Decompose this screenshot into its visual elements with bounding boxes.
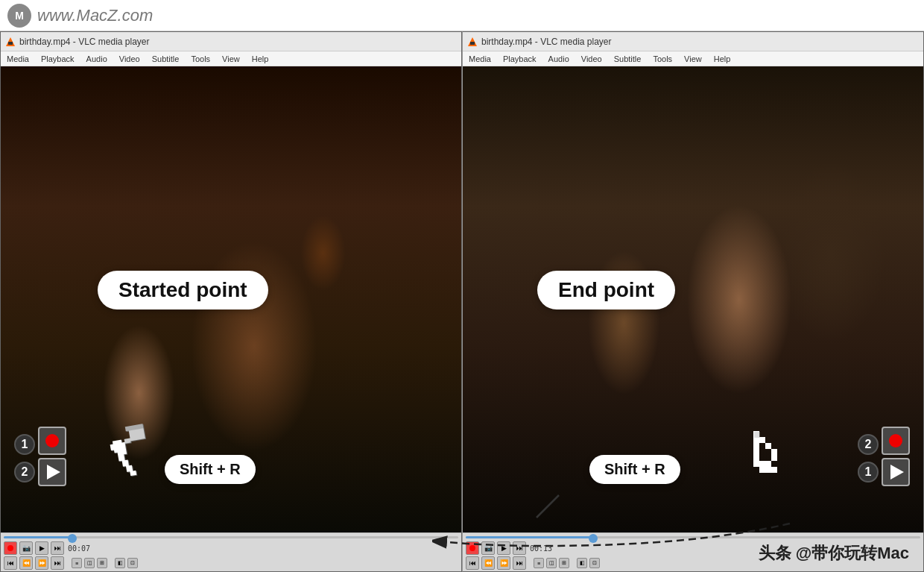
left-menu-subtitle[interactable]: Subtitle	[149, 54, 183, 64]
left-progress-bar[interactable]	[4, 536, 458, 538]
left-btn-next[interactable]: ⏭	[51, 556, 64, 570]
right-badge-2: 2	[858, 434, 879, 455]
top-watermark: M www.MacZ.com	[0, 0, 924, 31]
right-btn-a[interactable]: ≡	[534, 558, 544, 568]
left-vlc-window: birthday.mp4 - VLC media player Media Pl…	[0, 31, 462, 572]
left-hammer-icon	[107, 417, 177, 496]
svg-rect-25	[771, 455, 777, 461]
svg-rect-8	[126, 465, 133, 472]
right-hammer-icon	[746, 425, 813, 495]
left-shortcut-label: Shift + R	[165, 455, 256, 484]
right-timecode: 00:13	[530, 544, 552, 553]
right-btn-next[interactable]: ⏭	[513, 556, 526, 570]
vlc-container: birthday.mp4 - VLC media player Media Pl…	[0, 31, 924, 572]
left-btn-b[interactable]: ◫	[84, 558, 95, 568]
right-menu-tools[interactable]: Tools	[650, 54, 675, 64]
right-btn-fwd[interactable]: ⏩	[497, 556, 510, 570]
svg-rect-6	[118, 454, 124, 461]
left-menu-media[interactable]: Media	[4, 54, 32, 64]
right-menu-playback[interactable]: Playback	[500, 54, 539, 64]
left-btn-a[interactable]: ≡	[72, 558, 82, 568]
left-ctrl-snap[interactable]: 📷	[19, 541, 33, 555]
svg-rect-10	[124, 438, 131, 443]
right-controls-group: 2 1	[858, 427, 910, 486]
right-btn-d[interactable]: ◧	[577, 558, 587, 568]
right-ctrl-skip[interactable]: ⏭	[513, 541, 526, 555]
right-menu-view[interactable]: View	[681, 54, 705, 64]
right-play-btn[interactable]	[882, 458, 910, 486]
right-menubar: Media Playback Audio Video Subtitle Tool…	[463, 51, 923, 66]
svg-rect-15	[753, 437, 759, 443]
diagonal-line	[533, 491, 563, 521]
left-menu-view[interactable]: View	[219, 54, 243, 64]
right-shortcut-label: Shift + R	[589, 455, 680, 484]
watermark-text: www.MacZ.com	[37, 6, 153, 25]
svg-rect-27	[765, 467, 771, 473]
left-badge-1: 1	[14, 434, 35, 455]
left-btn-back[interactable]: ⏪	[19, 556, 33, 570]
left-ctrl-record[interactable]	[4, 541, 17, 555]
left-btn-d[interactable]: ◧	[115, 558, 125, 568]
svg-rect-17	[753, 449, 759, 455]
right-btn-prev[interactable]: ⏮	[466, 556, 479, 570]
right-progress-fill	[466, 536, 593, 538]
svg-rect-19	[753, 461, 759, 467]
svg-rect-18	[753, 455, 759, 461]
right-record-dot	[889, 434, 902, 447]
bottom-watermark: 头条 @带你玩转Mac	[759, 542, 909, 565]
left-ctrl-play[interactable]: ▶	[35, 541, 48, 555]
right-menu-video[interactable]: Video	[578, 54, 605, 64]
svg-rect-24	[765, 461, 771, 467]
left-btn-c[interactable]: ⊞	[97, 558, 107, 568]
left-menu-video[interactable]: Video	[116, 54, 143, 64]
right-ctrl-snap[interactable]: 📷	[481, 541, 495, 555]
left-record-btn[interactable]	[38, 427, 66, 455]
left-ctrl-skip[interactable]: ⏭	[51, 541, 64, 555]
left-timecode: 00:07	[68, 544, 90, 553]
svg-rect-28	[771, 467, 777, 473]
left-controls-group: 1 2	[14, 427, 66, 486]
watermark-logo: M	[7, 4, 31, 28]
right-titlebar: birthday.mp4 - VLC media player	[463, 32, 923, 51]
left-menu-help[interactable]: Help	[249, 54, 272, 64]
right-progress-thumb	[589, 534, 598, 543]
svg-line-31	[537, 495, 559, 518]
right-btn-e[interactable]: ⊡	[589, 558, 600, 568]
svg-text:M: M	[15, 10, 24, 22]
left-menu-playback[interactable]: Playback	[38, 54, 77, 64]
right-menu-subtitle[interactable]: Subtitle	[611, 54, 645, 64]
left-progress-thumb	[68, 534, 77, 543]
left-menu-tools[interactable]: Tools	[188, 54, 213, 64]
left-menu-audio[interactable]: Audio	[83, 54, 110, 64]
left-btn-prev[interactable]: ⏮	[4, 556, 17, 570]
right-menu-audio[interactable]: Audio	[545, 54, 572, 64]
left-vlc-controls: 📷 ▶ ⏭ 00:07 ⏮ ⏪ ⏩ ⏭ ≡ ◫ ⊞ ◧ ⊡	[1, 532, 461, 571]
svg-rect-7	[122, 459, 129, 466]
right-progress-bar[interactable]	[466, 536, 920, 538]
svg-rect-29	[754, 432, 760, 438]
right-record-btn[interactable]	[882, 427, 910, 455]
right-ctrl-record[interactable]	[466, 541, 479, 555]
left-play-triangle	[47, 465, 60, 480]
right-btn-c[interactable]: ⊞	[559, 558, 569, 568]
right-ctrl-play[interactable]: ▶	[497, 541, 510, 555]
left-title: birthday.mp4 - VLC media player	[19, 37, 150, 47]
left-titlebar: birthday.mp4 - VLC media player	[1, 32, 461, 51]
left-ctrl-row2: ⏮ ⏪ ⏩ ⏭ ≡ ◫ ⊞ ◧ ⊡	[4, 556, 458, 570]
right-menu-help[interactable]: Help	[711, 54, 734, 64]
left-btn-fwd[interactable]: ⏩	[35, 556, 48, 570]
right-btn-b[interactable]: ◫	[546, 558, 557, 568]
svg-rect-23	[759, 461, 765, 467]
right-vlc-window: birthday.mp4 - VLC media player Media Pl…	[462, 31, 924, 572]
right-badge-1: 1	[858, 462, 879, 483]
left-vlc-icon	[5, 37, 16, 47]
right-btn-back[interactable]: ⏪	[481, 556, 495, 570]
left-progress-fill	[4, 536, 72, 538]
svg-rect-26	[759, 467, 765, 473]
left-video-area: Started point Shift + R 1 2	[1, 66, 461, 532]
left-menubar: Media Playback Audio Video Subtitle Tool…	[1, 51, 461, 66]
right-menu-media[interactable]: Media	[466, 54, 494, 64]
right-vlc-icon	[467, 37, 478, 47]
left-btn-e[interactable]: ⊡	[127, 558, 138, 568]
left-play-btn[interactable]	[38, 458, 66, 486]
